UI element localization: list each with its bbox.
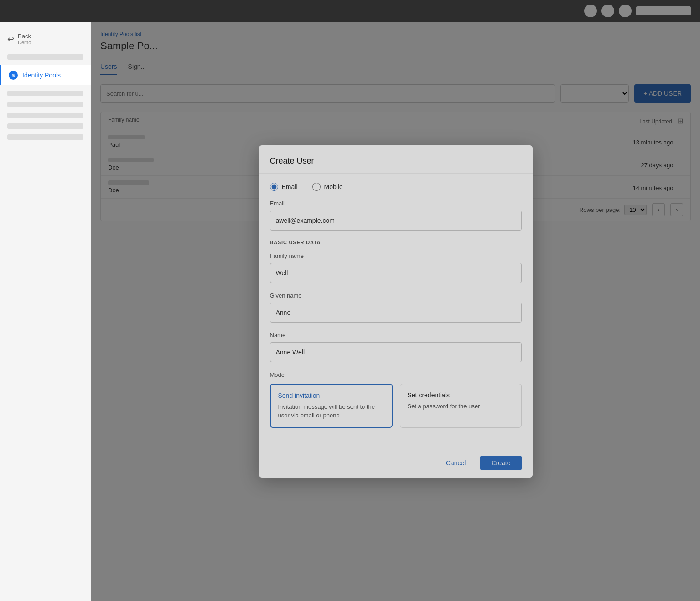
name-field[interactable] xyxy=(270,342,522,362)
topbar-circle-1 xyxy=(584,5,597,17)
modal-footer: Cancel Create xyxy=(259,448,533,478)
back-label: Back xyxy=(18,33,31,40)
modal-body: Email Mobile Email BASIC USER DATA xyxy=(259,174,533,447)
given-name-field[interactable] xyxy=(270,303,522,323)
create-user-modal: Create User Email Mobile xyxy=(259,145,533,477)
modal-overlay[interactable]: Create User Email Mobile xyxy=(91,22,700,601)
given-name-form-group: Given name xyxy=(270,292,522,323)
radio-email-label: Email xyxy=(282,183,298,190)
family-name-label: Family name xyxy=(270,252,522,259)
family-name-form-group: Family name xyxy=(270,252,522,283)
topbar-search[interactable] xyxy=(636,6,691,15)
radio-mobile-option[interactable]: Mobile xyxy=(312,183,343,191)
name-form-group: Name xyxy=(270,332,522,362)
topbar-circle-3 xyxy=(619,5,632,17)
sidebar-placeholder-4 xyxy=(7,113,83,118)
mode-cards: Send invitation Invitation message will … xyxy=(270,384,522,427)
sidebar-back[interactable]: ↩ Back Demo xyxy=(0,29,91,49)
topbar-circle-2 xyxy=(601,5,614,17)
email-label: Email xyxy=(270,200,522,207)
sidebar-item-identity-pools[interactable]: ⊕ Identity Pools xyxy=(0,65,91,85)
mode-section: Mode Send invitation Invitation message … xyxy=(270,371,522,427)
create-button[interactable]: Create xyxy=(480,456,521,470)
mode-label: Mode xyxy=(270,371,522,378)
set-credentials-title: Set credentials xyxy=(408,391,514,399)
radio-email-option[interactable]: Email xyxy=(270,183,298,191)
given-name-label: Given name xyxy=(270,292,522,299)
sidebar-placeholder-2 xyxy=(7,91,83,96)
email-field[interactable] xyxy=(270,211,522,231)
radio-mobile-input[interactable] xyxy=(312,183,321,191)
sidebar-placeholder-3 xyxy=(7,102,83,107)
sidebar-placeholder-1 xyxy=(7,54,83,60)
mode-card-set-credentials[interactable]: Set credentials Set a password for the u… xyxy=(400,384,522,427)
identifier-type-radio-group: Email Mobile xyxy=(270,183,522,191)
back-sub-label: Demo xyxy=(18,40,31,45)
sidebar: ↩ Back Demo ⊕ Identity Pools xyxy=(0,22,91,601)
radio-email-input[interactable] xyxy=(270,183,278,191)
send-invitation-desc: Invitation message will be sent to the u… xyxy=(278,403,384,419)
main-layout: ↩ Back Demo ⊕ Identity Pools Identity Po… xyxy=(0,22,700,601)
send-invitation-title: Send invitation xyxy=(278,392,384,399)
radio-mobile-label: Mobile xyxy=(324,183,343,190)
name-label: Name xyxy=(270,332,522,339)
back-arrow-icon: ↩ xyxy=(7,34,14,44)
modal-title: Create User xyxy=(270,156,522,166)
content-area: Identity Pools list Sample Po... Users S… xyxy=(91,22,700,601)
sidebar-placeholder-6 xyxy=(7,134,83,140)
email-form-group: Email xyxy=(270,200,522,231)
top-bar xyxy=(0,0,700,22)
sidebar-placeholder-5 xyxy=(7,123,83,129)
basic-user-data-title: BASIC USER DATA xyxy=(270,240,522,245)
family-name-field[interactable] xyxy=(270,263,522,283)
modal-header: Create User xyxy=(259,145,533,174)
mode-card-send-invitation[interactable]: Send invitation Invitation message will … xyxy=(270,384,393,427)
cancel-button[interactable]: Cancel xyxy=(439,456,473,470)
sidebar-item-label: Identity Pools xyxy=(22,72,61,79)
set-credentials-desc: Set a password for the user xyxy=(408,402,514,411)
identity-pools-icon: ⊕ xyxy=(9,71,18,80)
